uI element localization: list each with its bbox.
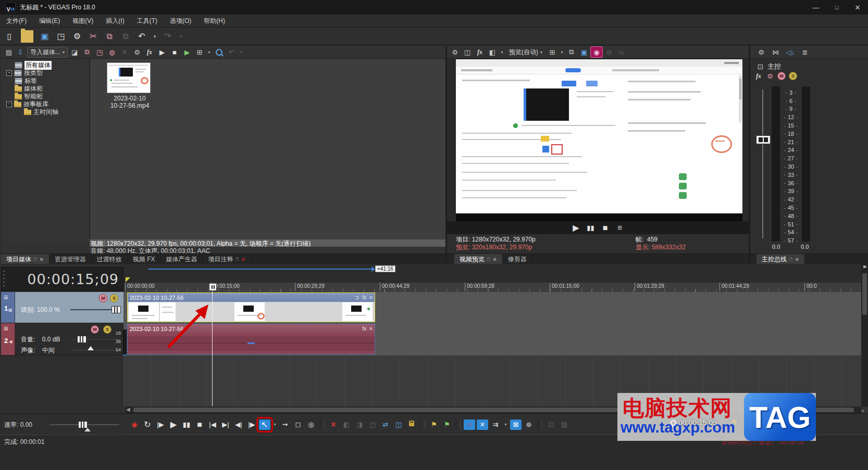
track-menu-icon[interactable]: ≡ bbox=[4, 293, 8, 301]
tree-item-main-timeline[interactable]: 主时间轴 bbox=[1, 108, 89, 116]
pause-icon[interactable]: ▮▮ bbox=[181, 420, 192, 430]
record-icon[interactable]: ◉ bbox=[129, 420, 140, 430]
go-to-start-icon[interactable]: |◀ bbox=[207, 420, 218, 430]
tree-item-media-bins[interactable]: 媒体柜 bbox=[1, 85, 89, 93]
audio-track-header[interactable]: ≡ 2 ◀ M S 音量: 0.0 dB 声像: 中间 bbox=[1, 323, 123, 355]
tab-transitions[interactable]: 过渡特效 bbox=[92, 254, 128, 264]
toolbar-separator[interactable] bbox=[420, 420, 425, 429]
tree-item-smart-bins[interactable]: 智能柜 bbox=[1, 93, 89, 100]
undock-icon[interactable]: □ bbox=[789, 257, 792, 262]
media-undo-icon[interactable]: ↶ bbox=[226, 47, 237, 57]
import-down-icon[interactable]: ⇩ bbox=[15, 47, 26, 57]
prev-frame-icon[interactable]: ◀| bbox=[233, 420, 244, 430]
preview-play-icon[interactable]: ▶ bbox=[571, 223, 582, 233]
playhead-marker[interactable] bbox=[209, 283, 217, 291]
save-project-icon[interactable]: ▣ bbox=[39, 30, 51, 43]
grid-overlay-icon[interactable]: ⊞ bbox=[547, 47, 558, 57]
tree-item-all-media[interactable]: 所有媒体 bbox=[1, 61, 89, 69]
minimize-button[interactable]: — bbox=[805, 0, 826, 15]
pan-slider-knob[interactable] bbox=[88, 346, 94, 350]
insert-marker-icon[interactable]: ⚑ bbox=[428, 420, 440, 430]
play-icon[interactable]: ▶ bbox=[168, 420, 179, 430]
relink-media-icon[interactable]: ⧉ bbox=[81, 47, 93, 57]
event-menu-icon[interactable]: ≡ bbox=[369, 326, 373, 332]
redo-icon[interactable]: ↷ bbox=[162, 30, 174, 43]
menu-edit[interactable]: 编辑(E) bbox=[33, 15, 66, 27]
tree-item-by-type[interactable]: + 按类型 bbox=[1, 69, 89, 77]
envelope-tool-icon[interactable]: ⇝ bbox=[279, 420, 291, 430]
expand-icon[interactable]: + bbox=[6, 70, 12, 76]
level-slider-knob[interactable] bbox=[111, 306, 121, 313]
cut-icon[interactable]: ✂ bbox=[87, 30, 100, 43]
external-app-icon[interactable]: ▤ bbox=[559, 420, 570, 430]
close-tab-icon[interactable]: ✕ bbox=[39, 257, 43, 262]
menu-tools[interactable]: 工具(T) bbox=[131, 15, 164, 27]
auto-ripple-icon[interactable]: ⇉ bbox=[490, 420, 501, 430]
tab-trimmer[interactable]: 修剪器 bbox=[503, 254, 532, 264]
marker-tool-icon[interactable]: ⚑ bbox=[862, 264, 867, 270]
ripple-dropdown-icon[interactable]: ▾ bbox=[503, 420, 509, 430]
import-media-button[interactable]: 导入媒体... ▾ bbox=[27, 47, 68, 58]
media-item[interactable]: 2023-02-10 10-27-56.mp4 bbox=[98, 62, 161, 109]
views-dropdown-icon[interactable]: ▾ bbox=[206, 47, 212, 57]
split-screen-dropdown-icon[interactable]: ▾ bbox=[499, 47, 505, 57]
copy-icon[interactable]: ⧉ bbox=[103, 30, 116, 43]
event-fx-icon[interactable]: fx bbox=[362, 326, 366, 332]
split-icon[interactable]: ◫ bbox=[367, 420, 378, 430]
timeline-vscroll[interactable]: ⚑ bbox=[861, 264, 868, 407]
paste-icon[interactable]: ⧉ bbox=[119, 30, 132, 43]
mixing-console-icon[interactable]: ≣ bbox=[799, 47, 811, 57]
save-frame-icon[interactable]: ▣ bbox=[578, 47, 590, 57]
remove-media-icon[interactable]: × bbox=[119, 47, 130, 57]
redo-dropdown-icon[interactable]: ▾ bbox=[178, 30, 184, 43]
preview-stop-icon[interactable]: ■ bbox=[169, 47, 180, 57]
lock-envelopes-icon[interactable]: ⊠ bbox=[510, 420, 522, 430]
slip-icon[interactable]: ⇄ bbox=[380, 420, 391, 430]
preview-properties-icon[interactable]: ⚙ bbox=[449, 47, 461, 57]
loop-start-marker[interactable] bbox=[126, 277, 130, 282]
lock-event-icon[interactable] bbox=[406, 420, 417, 430]
go-to-end-icon[interactable]: ▶| bbox=[220, 420, 231, 430]
master-fader-track[interactable] bbox=[762, 90, 763, 238]
media-properties-icon[interactable]: ⚙ bbox=[131, 47, 143, 57]
external-monitor-icon[interactable]: ◫ bbox=[462, 47, 473, 57]
splitter[interactable] bbox=[749, 46, 750, 264]
track-solo-icon[interactable]: S bbox=[103, 325, 111, 334]
scopes-icon[interactable]: ◉ bbox=[591, 47, 602, 57]
undo-dropdown-icon[interactable]: ▾ bbox=[152, 30, 158, 43]
undock-icon[interactable]: □ bbox=[34, 257, 36, 262]
preview-360-icon[interactable]: ⊘ bbox=[603, 47, 615, 57]
quality-dropdown-icon[interactable]: ▾ bbox=[540, 50, 542, 55]
snap-icon[interactable]: ∩ bbox=[464, 420, 475, 430]
open-project-icon[interactable] bbox=[21, 30, 33, 43]
close-tab-icon[interactable]: ✕ bbox=[795, 257, 799, 262]
stop-icon[interactable]: ■ bbox=[194, 420, 205, 430]
insert-region-icon[interactable]: ⚑ bbox=[441, 420, 453, 430]
edit-tool-dropdown-icon[interactable]: ▾ bbox=[272, 420, 278, 430]
media-fx-icon[interactable]: fx bbox=[144, 47, 155, 57]
tree-item-storyboards[interactable]: − 故事板库 bbox=[1, 100, 89, 108]
track-solo-icon[interactable]: S bbox=[110, 294, 118, 302]
project-properties-icon[interactable]: ⚙ bbox=[71, 30, 83, 43]
media-undo-dropdown-icon[interactable]: ▾ bbox=[238, 47, 244, 57]
import-dropdown-icon[interactable]: ▾ bbox=[63, 50, 65, 55]
auto-crossfade-icon[interactable]: × bbox=[477, 420, 488, 430]
normal-edit-tool-icon[interactable]: ↖ bbox=[259, 420, 270, 430]
tree-item-tags[interactable]: 标签 bbox=[1, 77, 89, 85]
auto-preview-icon[interactable]: ▶ bbox=[181, 47, 193, 57]
loop-playback-icon[interactable]: ↻ bbox=[142, 420, 153, 430]
zoom-edit-tool-icon[interactable]: ◎ bbox=[305, 420, 317, 430]
extract-audio-cd-icon[interactable]: ◍ bbox=[106, 47, 118, 57]
preview-quality-button[interactable]: 预览(自动) ▾ bbox=[506, 47, 545, 57]
toolbar-separator[interactable] bbox=[456, 420, 461, 429]
master-mute-icon[interactable]: M bbox=[777, 72, 786, 80]
menu-view[interactable]: 视图(V) bbox=[66, 15, 100, 27]
rate-slider-knob[interactable] bbox=[78, 421, 88, 428]
preview-play-icon[interactable]: ▶ bbox=[156, 47, 168, 57]
close-tab-icon[interactable]: ✕ bbox=[241, 257, 245, 262]
master-fader-handle[interactable] bbox=[756, 135, 771, 144]
volume-slider-knob[interactable] bbox=[77, 336, 86, 343]
next-frame-icon[interactable]: |▶ bbox=[246, 420, 257, 430]
toolbar-separator[interactable] bbox=[538, 420, 542, 429]
menu-options[interactable]: 选项(O) bbox=[164, 15, 197, 27]
